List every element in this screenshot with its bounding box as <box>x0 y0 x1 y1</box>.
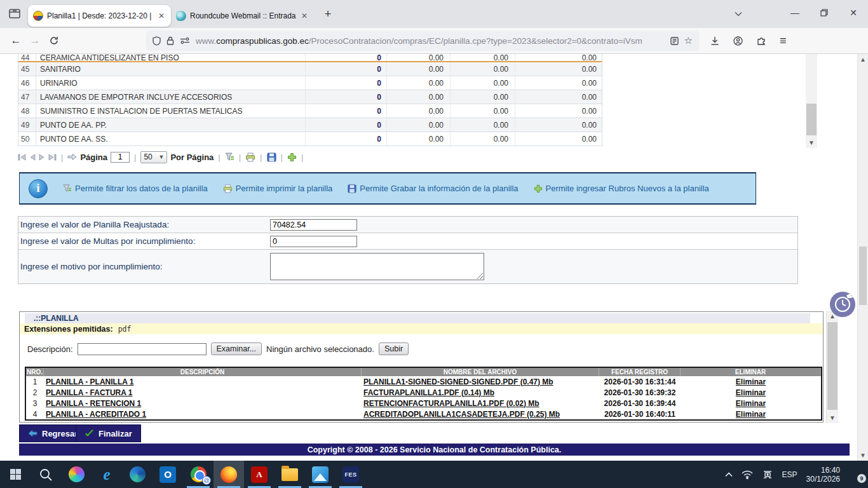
bookmark-star-icon[interactable]: ☆ <box>684 35 693 46</box>
file-description-link[interactable]: PLANILLA - RETENCION 1 <box>44 399 362 408</box>
taskbar-edge[interactable] <box>122 461 153 488</box>
scroll-up-icon[interactable]: ▲ <box>858 54 868 65</box>
print-icon[interactable] <box>245 152 255 162</box>
delete-link[interactable]: Eliminar <box>681 410 821 419</box>
browser-scrollbar[interactable]: ▲ ▼ <box>857 54 868 461</box>
help-item-save: Permite Grabar la información de la plan… <box>348 184 518 193</box>
delete-link[interactable]: Eliminar <box>681 399 821 408</box>
finalizar-button[interactable]: Finalizar <box>76 424 141 442</box>
file-description-link[interactable]: PLANILLA - FACTURA 1 <box>44 388 362 397</box>
browse-button[interactable]: Examinar... <box>211 342 262 355</box>
filter-icon[interactable] <box>225 152 234 161</box>
tab-roundcube[interactable]: Roundcube Webmail :: Entrada ✕ <box>171 5 314 27</box>
row-number: 49 <box>18 118 36 132</box>
notification-center-button[interactable]: 9 <box>849 469 863 480</box>
clock-overlay-widget[interactable] <box>829 291 856 318</box>
help-text: Permite ingresar Rubros Nuevos a la plan… <box>546 184 709 193</box>
row-value: 0.00 <box>515 118 603 132</box>
close-window-button[interactable]: ✕ <box>839 0 868 25</box>
row-qty: 0 <box>306 132 387 146</box>
new-tab-button[interactable]: + <box>319 5 337 23</box>
save-icon[interactable] <box>267 152 276 162</box>
next-page-icon[interactable] <box>39 154 45 161</box>
last-page-icon[interactable] <box>48 154 57 161</box>
taskbar-outlook[interactable]: O <box>153 461 183 488</box>
taskbar-fes-app[interactable]: FES <box>336 461 366 488</box>
lock-icon[interactable] <box>166 36 174 45</box>
forward-button[interactable]: → <box>25 31 44 50</box>
scrollbar-thumb[interactable] <box>859 247 867 305</box>
close-tab-icon[interactable]: ✕ <box>157 10 166 22</box>
scroll-down-icon[interactable]: ▼ <box>827 412 838 423</box>
file-name-link[interactable]: ACREDITADOPLANILLA1CASADETEJA.PDF (0.25)… <box>362 410 599 419</box>
url-text[interactable]: www.compraspublicas.gob.ec/ProcesoContra… <box>196 36 665 46</box>
prev-page-icon[interactable] <box>29 154 36 161</box>
tab-planilla[interactable]: Planilla1 | Desde: 2023-12-20 | H ✕ <box>28 5 171 27</box>
multas-input[interactable] <box>270 236 357 247</box>
per-page-select[interactable]: 50▼ <box>140 151 167 163</box>
taskbar-chrome[interactable]: @ <box>183 461 214 488</box>
add-rubro-icon[interactable] <box>287 152 297 162</box>
tray-clock[interactable]: 16:4030/1/2026 <box>806 466 840 484</box>
tab-list-chevron-icon[interactable] <box>729 5 747 23</box>
taskbar-acrobat[interactable]: A <box>244 461 275 488</box>
scrollbar-thumb[interactable] <box>827 322 837 410</box>
delete-link[interactable]: Eliminar <box>681 388 821 397</box>
firefox-view-button[interactable] <box>5 5 24 23</box>
search-button[interactable] <box>31 461 61 488</box>
permissions-icon[interactable] <box>180 37 190 44</box>
reajustada-input[interactable] <box>270 219 357 231</box>
tray-chevron-icon[interactable] <box>725 472 733 477</box>
row-value: 0.00 <box>387 90 451 104</box>
screen-cast-icon[interactable] <box>762 470 773 479</box>
chrome-profile-badge: @ <box>202 476 211 485</box>
file-description-link[interactable]: PLANILLA - ACREDITADO 1 <box>44 410 362 419</box>
file-explorer-icon <box>281 468 298 481</box>
page-number-input[interactable] <box>111 152 130 163</box>
file-date: 2026-01-30 16:31:44 <box>599 377 681 386</box>
downloads-icon[interactable] <box>710 36 719 46</box>
url-bar[interactable]: www.compraspublicas.gob.ec/ProcesoContra… <box>146 30 699 51</box>
scroll-down-icon[interactable]: ▼ <box>806 137 817 148</box>
file-description-link[interactable]: PLANILLA - PLANILLA 1 <box>44 377 362 386</box>
restore-button[interactable] <box>810 0 839 25</box>
scroll-down-icon[interactable]: ▼ <box>858 450 868 461</box>
extension-icon[interactable] <box>757 36 766 45</box>
table-row: 46 URINARIO 0 0.00 0.00 0.00 <box>18 76 602 90</box>
motivo-label: Ingrese el motivo por incumplimiento: <box>18 262 163 271</box>
divider: | <box>238 152 242 162</box>
table-row: 47 LAVAMANOS DE EMPOTRAR INCLUYE ACCESOR… <box>18 90 602 104</box>
upload-button[interactable]: Subir <box>379 342 409 355</box>
taskbar-firefox[interactable] <box>214 461 244 488</box>
taskbar-photos[interactable] <box>305 461 336 488</box>
fes-app-icon: FES <box>342 466 359 483</box>
taskbar-copilot[interactable] <box>61 461 92 488</box>
taskbar-file-explorer[interactable] <box>275 461 305 488</box>
file-name-link[interactable]: PLANILLA1-SIGNED-SIGNED-SIGNED.PDF (0.47… <box>362 377 599 386</box>
reader-mode-icon[interactable] <box>670 37 679 45</box>
descripcion-input[interactable] <box>78 343 207 355</box>
motivo-textarea[interactable] <box>270 253 484 280</box>
file-name-link[interactable]: FACTURAPLANILLA1.PDF (0.14) Mb <box>362 388 599 397</box>
section-title: .::PLANILLA <box>25 313 810 323</box>
row-value: 0.00 <box>387 104 451 118</box>
close-tab-icon[interactable]: ✕ <box>300 10 309 22</box>
start-button[interactable] <box>0 461 31 488</box>
shield-icon[interactable] <box>153 36 161 46</box>
scrollbar-thumb[interactable] <box>806 104 817 135</box>
planilla-items-table: 44 CERAMICA ANTIDESLIZANTE EN PISO 0 0.0… <box>18 54 602 146</box>
upload-section-scrollbar[interactable]: ▲ ▼ <box>826 311 838 423</box>
menu-hamburger-icon[interactable]: ≡ <box>780 34 787 48</box>
wifi-icon[interactable] <box>742 470 753 479</box>
back-button[interactable]: ← <box>6 31 25 50</box>
delete-link[interactable]: Eliminar <box>681 377 821 386</box>
account-icon[interactable] <box>733 36 743 46</box>
items-scrollbar[interactable]: ▼ <box>806 54 817 148</box>
reload-button[interactable] <box>44 31 64 50</box>
first-page-icon[interactable] <box>18 154 26 161</box>
roundcube-favicon <box>176 11 186 21</box>
file-name-link[interactable]: RETENCIONFACTURAPLANILLA1.PDF (0.02) Mb <box>362 399 599 408</box>
language-indicator[interactable]: ESP <box>782 470 797 479</box>
taskbar-internet-explorer[interactable]: e <box>92 461 122 488</box>
minimize-button[interactable]: — <box>780 0 810 25</box>
